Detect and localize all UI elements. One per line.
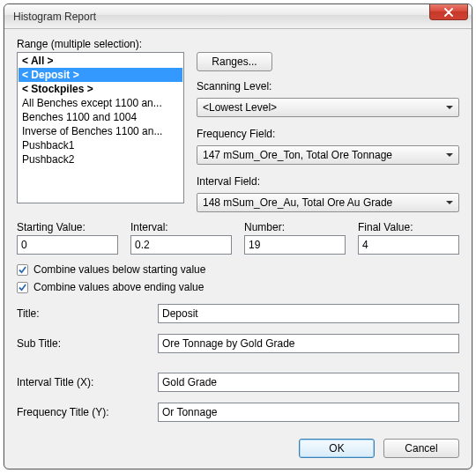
frequency-field-label: Frequency Field:	[197, 128, 459, 140]
interval-title-input[interactable]	[158, 373, 459, 392]
interval-label: Interval:	[130, 221, 232, 233]
combine-below-label: Combine values below starting value	[33, 263, 205, 276]
range-list-item[interactable]: < All >	[19, 54, 182, 68]
scanning-level-value: <Lowest Level>	[203, 101, 277, 114]
range-label: Range (multiple selection):	[17, 38, 184, 50]
final-value-label: Final Value:	[358, 221, 459, 233]
window-title: Histogram Report	[13, 11, 96, 23]
scanning-level-label: Scanning Level:	[197, 80, 459, 92]
interval-title-label: Interval Title (X):	[17, 376, 158, 388]
range-list-item[interactable]: Inverse of Benches 1100 an...	[19, 124, 182, 138]
checkbox-icon	[17, 282, 28, 293]
range-listbox[interactable]: < All >< Deposit >< Stockpiles >All Benc…	[17, 52, 184, 203]
range-list-item[interactable]: < Stockpiles >	[19, 82, 182, 96]
subtitle-label: Sub Title:	[17, 337, 158, 350]
starting-value-input[interactable]	[17, 235, 118, 255]
range-list-item[interactable]: All Benches except 1100 an...	[19, 96, 182, 110]
range-list-item[interactable]: Benches 1100 and 1004	[19, 110, 182, 124]
interval-field-label: Interval Field:	[197, 175, 459, 188]
frequency-field-select[interactable]: 147 mSum_Ore_Ton, Total Ore Tonnage	[197, 145, 459, 165]
combine-above-label: Combine values above ending value	[33, 281, 204, 293]
title-label: Title:	[17, 307, 158, 320]
range-list-item[interactable]: Pushback2	[19, 152, 182, 166]
interval-input[interactable]	[130, 235, 232, 255]
combine-below-checkbox[interactable]: Combine values below starting value	[17, 263, 459, 276]
range-list-item[interactable]: Pushback1	[19, 138, 182, 152]
ranges-button[interactable]: Ranges...	[197, 52, 272, 71]
chevron-down-icon	[446, 106, 453, 109]
checkbox-icon	[17, 264, 28, 276]
subtitle-input[interactable]	[158, 334, 459, 353]
close-button[interactable]	[429, 4, 468, 20]
close-icon	[444, 8, 453, 17]
number-label: Number:	[244, 221, 346, 233]
frequency-field-value: 147 mSum_Ore_Ton, Total Ore Tonnage	[203, 149, 392, 161]
ok-button[interactable]: OK	[299, 439, 375, 458]
content-area: Range (multiple selection): < All >< Dep…	[4, 29, 472, 469]
range-list-item[interactable]: < Deposit >	[19, 68, 182, 82]
cancel-button[interactable]: Cancel	[383, 439, 459, 458]
frequency-title-label: Frequency Title (Y):	[17, 406, 158, 418]
number-input[interactable]	[244, 235, 346, 255]
frequency-title-input[interactable]	[158, 403, 459, 422]
final-value-input[interactable]	[358, 235, 459, 255]
starting-value-label: Starting Value:	[17, 221, 118, 233]
titlebar: Histogram Report	[4, 4, 472, 29]
scanning-level-select[interactable]: <Lowest Level>	[197, 98, 459, 117]
interval-field-value: 148 mSum_Ore_Au, Total Ore Au Grade	[203, 196, 392, 209]
chevron-down-icon	[446, 201, 453, 204]
combine-above-checkbox[interactable]: Combine values above ending value	[17, 281, 459, 293]
chevron-down-icon	[446, 153, 453, 157]
title-input[interactable]	[158, 304, 459, 323]
interval-field-select[interactable]: 148 mSum_Ore_Au, Total Ore Au Grade	[197, 193, 459, 212]
dialog-window: Histogram Report Range (multiple selecti…	[4, 4, 472, 469]
